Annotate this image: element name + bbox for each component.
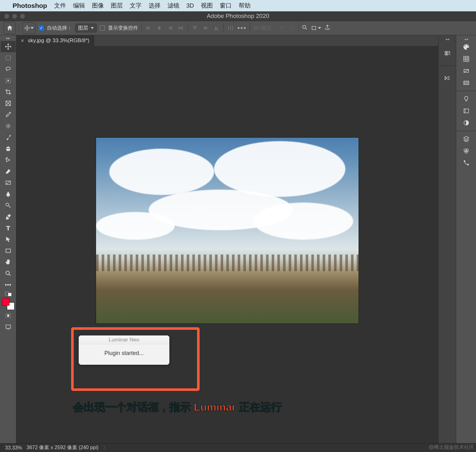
menu-type[interactable]: 文字: [130, 2, 142, 10]
align-bottom-icon[interactable]: [212, 24, 220, 32]
divider: [141, 23, 142, 33]
info-chevron-icon[interactable]: 〉: [103, 444, 108, 451]
svg-rect-35: [6, 249, 10, 253]
menu-filter[interactable]: 滤镜: [167, 2, 179, 10]
close-tab-icon[interactable]: ×: [21, 37, 24, 44]
marquee-tool[interactable]: [1, 52, 16, 64]
dialog-title: Luminar Neo: [79, 335, 169, 344]
show-transform-checkbox[interactable]: [100, 26, 105, 31]
share-icon[interactable]: [324, 24, 331, 32]
tools-expand-icon[interactable]: ▸▸: [0, 35, 16, 41]
panel-collapse-icon[interactable]: ◂◂: [445, 37, 449, 41]
type-tool[interactable]: [1, 222, 16, 234]
dodge-tool[interactable]: [1, 200, 16, 211]
quick-mask-icon[interactable]: [1, 310, 16, 321]
clone-stamp-tool[interactable]: [1, 143, 16, 154]
minimize-window-icon[interactable]: [12, 14, 17, 19]
frame-tool[interactable]: [1, 98, 16, 109]
auto-select-target-select[interactable]: 图层: [75, 24, 97, 32]
align-vcenter-icon[interactable]: [202, 24, 209, 32]
auto-select-checkbox[interactable]: ✓: [39, 26, 44, 31]
move-tool-indicator[interactable]: [22, 22, 36, 34]
tools-panel: ▸▸ •••: [0, 35, 16, 443]
blur-tool[interactable]: [1, 188, 16, 200]
default-colors-icon[interactable]: [5, 292, 11, 296]
color-swatches[interactable]: [2, 298, 14, 310]
menu-3d[interactable]: 3D: [186, 2, 194, 9]
zoom-window-icon[interactable]: [20, 14, 25, 19]
home-button[interactable]: [4, 22, 16, 34]
lasso-tool[interactable]: [1, 64, 16, 75]
learn-panel-icon[interactable]: [460, 93, 473, 105]
zoom-tool[interactable]: [1, 268, 16, 279]
menu-select[interactable]: 选择: [149, 2, 161, 10]
menu-window[interactable]: 窗口: [220, 2, 232, 10]
menu-view[interactable]: 视图: [201, 2, 213, 10]
mac-menubar: Photoshop 文件 编辑 图像 图层 文字 选择 滤镜 3D 视图 窗口 …: [0, 0, 476, 11]
zoom-value[interactable]: 33.33%: [5, 445, 22, 451]
gradient-tool[interactable]: [1, 177, 16, 188]
distribute-icon[interactable]: [227, 24, 234, 32]
close-window-icon[interactable]: [4, 14, 9, 19]
svg-rect-6: [172, 26, 172, 30]
hand-tool[interactable]: [1, 256, 16, 268]
document-tab[interactable]: × sky.jpg @ 33.3%(RGB/8*): [16, 35, 94, 46]
brush-tool[interactable]: [1, 132, 16, 143]
document-info[interactable]: 3672 像素 x 2592 像素 (240 ppi): [26, 444, 99, 451]
auto-select-target-value: 图层: [78, 25, 88, 31]
object-select-tool[interactable]: [1, 75, 16, 86]
document-tabs: × sky.jpg @ 33.3%(RGB/8*): [16, 35, 438, 46]
gradients-panel-icon[interactable]: [460, 65, 473, 77]
panel-collapse-icon[interactable]: ◂◂: [464, 37, 468, 41]
svg-rect-11: [179, 27, 182, 29]
search-icon[interactable]: [302, 24, 308, 32]
edit-toolbar-icon[interactable]: •••: [1, 279, 16, 290]
svg-point-34: [6, 203, 8, 206]
properties-panel-icon[interactable]: [441, 72, 454, 84]
align-stretch-icon[interactable]: [177, 24, 184, 32]
swatches-panel-icon[interactable]: [460, 53, 473, 65]
svg-rect-4: [158, 27, 161, 28]
overflow-icon[interactable]: •••: [237, 24, 246, 32]
window-titlebar: Adobe Photoshop 2020: [0, 11, 476, 21]
menu-file[interactable]: 文件: [54, 2, 66, 10]
align-top-icon[interactable]: [191, 24, 199, 32]
menu-edit[interactable]: 编辑: [73, 2, 85, 10]
color-panel-icon[interactable]: [460, 41, 473, 53]
channels-panel-icon[interactable]: [460, 145, 473, 157]
layers-panel-icon[interactable]: [460, 133, 473, 145]
patterns-panel-icon[interactable]: [460, 77, 473, 89]
foreground-color-swatch[interactable]: [2, 298, 9, 306]
svg-rect-7: [169, 27, 171, 28]
align-hcenter-icon[interactable]: [156, 24, 163, 32]
svg-rect-3: [159, 26, 160, 30]
libraries-panel-icon[interactable]: [460, 105, 473, 117]
menu-layer[interactable]: 图层: [111, 2, 123, 10]
align-right-icon[interactable]: [166, 24, 174, 32]
plugin-dialog: Luminar Neo Plugin started...: [79, 335, 169, 365]
svg-rect-14: [195, 27, 196, 28]
eyedropper-tool[interactable]: [1, 109, 16, 120]
adjustments-panel-icon[interactable]: [460, 117, 473, 129]
rectangle-tool[interactable]: [1, 245, 16, 256]
menu-help[interactable]: 帮助: [239, 2, 251, 10]
eraser-tool[interactable]: [1, 166, 16, 177]
workspace-switch-icon[interactable]: [311, 25, 321, 31]
svg-point-26: [303, 25, 306, 28]
move-tool[interactable]: [1, 41, 16, 52]
document-canvas[interactable]: [96, 138, 359, 323]
path-select-tool[interactable]: [1, 234, 16, 245]
screen-mode-icon[interactable]: [1, 321, 16, 333]
app-name[interactable]: Photoshop: [13, 2, 47, 9]
history-brush-tool[interactable]: [1, 154, 16, 166]
crop-tool[interactable]: [1, 86, 16, 98]
align-left-icon[interactable]: [145, 24, 152, 32]
traffic-lights: [0, 14, 25, 19]
healing-brush-tool[interactable]: [1, 120, 16, 132]
menu-image[interactable]: 图像: [92, 2, 104, 10]
divider: [250, 23, 250, 33]
svg-rect-9: [178, 26, 179, 30]
history-panel-icon[interactable]: [441, 47, 454, 59]
pen-tool[interactable]: [1, 211, 16, 222]
paths-panel-icon[interactable]: [460, 157, 473, 169]
